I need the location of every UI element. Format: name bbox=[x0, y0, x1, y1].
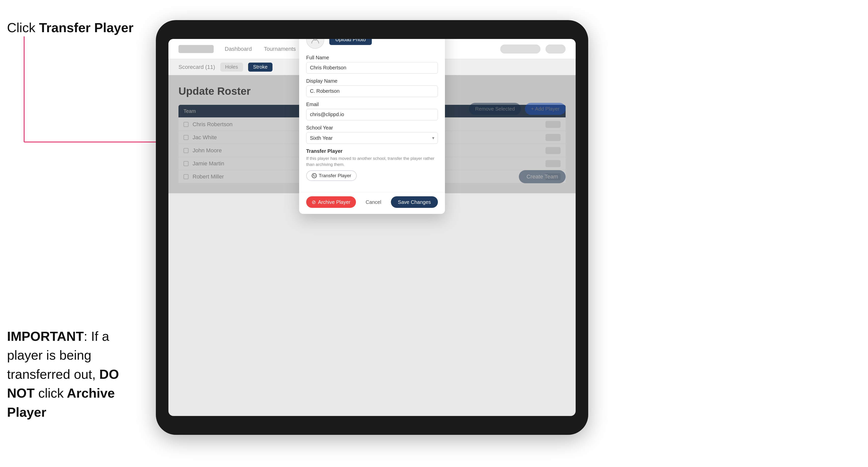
email-label: Email bbox=[306, 101, 438, 107]
archive-icon: ⊘ bbox=[312, 199, 316, 205]
school-year-group: School Year First Year Second Year Third… bbox=[306, 125, 438, 144]
tablet-screen: Dashboard Tournaments Tracks Schedule Ad… bbox=[168, 39, 576, 416]
nav-extra-pill bbox=[546, 44, 566, 54]
player-details-modal: Player Details × bbox=[299, 39, 445, 214]
email-group: Email bbox=[306, 101, 438, 120]
nav-right bbox=[500, 44, 566, 54]
instruction-important-label: IMPORTANT bbox=[7, 329, 84, 344]
school-year-select-wrapper: First Year Second Year Third Year Fourth… bbox=[306, 132, 438, 144]
sub-nav-label: Scorecard (11) bbox=[179, 64, 215, 70]
transfer-label: Transfer Player bbox=[306, 148, 438, 154]
tablet-frame: Dashboard Tournaments Tracks Schedule Ad… bbox=[156, 20, 588, 435]
school-year-select[interactable]: First Year Second Year Third Year Fourth… bbox=[306, 132, 438, 144]
display-name-label: Display Name bbox=[306, 78, 438, 84]
modal-body: Upload Photo Full Name Display Name bbox=[299, 39, 445, 192]
tab-stroke[interactable]: Stroke bbox=[248, 63, 273, 72]
school-year-label: School Year bbox=[306, 125, 438, 131]
transfer-section: Transfer Player If this player has moved… bbox=[306, 148, 438, 181]
transfer-icon: ↻ bbox=[312, 173, 317, 178]
modal-footer: ⊘ Archive Player Cancel Save Changes bbox=[299, 192, 445, 214]
instruction-top: Click Transfer Player bbox=[7, 20, 133, 35]
tab-holes[interactable]: Holes bbox=[220, 63, 243, 72]
instruction-bold-transfer: Transfer Player bbox=[39, 20, 133, 35]
nav-user-pill bbox=[500, 44, 540, 54]
transfer-player-button[interactable]: ↻ Transfer Player bbox=[306, 170, 357, 181]
avatar-row: Upload Photo bbox=[306, 39, 438, 49]
modal-overlay: Player Details × bbox=[168, 75, 576, 193]
display-name-group: Display Name bbox=[306, 78, 438, 97]
content-area: Update Roster Team Chris Robertson Jac W… bbox=[168, 75, 576, 193]
save-changes-button[interactable]: Save Changes bbox=[391, 196, 438, 208]
display-name-input[interactable] bbox=[306, 86, 438, 97]
full-name-label: Full Name bbox=[306, 55, 438, 61]
app-logo bbox=[179, 45, 214, 53]
upload-photo-button[interactable]: Upload Photo bbox=[329, 39, 372, 45]
full-name-input[interactable] bbox=[306, 62, 438, 74]
instruction-bottom: IMPORTANT: If a player is being transfer… bbox=[7, 327, 148, 422]
nav-item-tournaments[interactable]: Tournaments bbox=[260, 44, 300, 54]
cancel-button[interactable]: Cancel bbox=[360, 196, 387, 208]
archive-player-button[interactable]: ⊘ Archive Player bbox=[306, 196, 356, 208]
email-input[interactable] bbox=[306, 109, 438, 120]
transfer-description: If this player has moved to another scho… bbox=[306, 156, 438, 168]
full-name-group: Full Name bbox=[306, 55, 438, 74]
nav-item-dashboard[interactable]: Dashboard bbox=[221, 44, 255, 54]
avatar bbox=[306, 39, 324, 49]
